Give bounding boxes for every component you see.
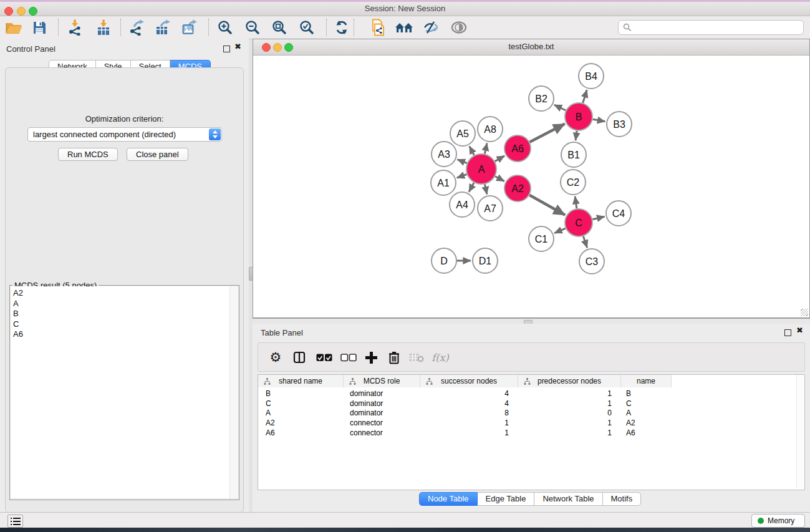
- add-column-icon[interactable]: [362, 348, 380, 367]
- mcds-result-item[interactable]: C: [11, 319, 229, 330]
- graph-edge-B-B4[interactable]: [583, 90, 587, 103]
- zoom-fit-icon[interactable]: [269, 18, 289, 37]
- table-cell[interactable]: 8: [420, 409, 518, 418]
- table-cell[interactable]: B: [258, 389, 344, 399]
- table-cell[interactable]: B: [621, 389, 672, 399]
- refresh-icon[interactable]: [332, 18, 352, 37]
- delete-table-icon[interactable]: [407, 348, 426, 367]
- mcds-result-item[interactable]: A2: [11, 288, 229, 299]
- table-cell[interactable]: 1: [518, 428, 621, 438]
- import-table-icon[interactable]: [94, 18, 113, 37]
- table-cell[interactable]: C: [621, 399, 672, 409]
- graph-edge-C-C3[interactable]: [583, 236, 587, 248]
- float-panel-icon[interactable]: [223, 46, 230, 52]
- graph-node-D1[interactable]: D1: [473, 248, 498, 273]
- tab-edge-table[interactable]: Edge Table: [478, 492, 535, 506]
- table-cell[interactable]: 1: [420, 418, 518, 428]
- graph-node-C3[interactable]: C3: [579, 249, 604, 274]
- table-cell[interactable]: connector: [344, 428, 420, 438]
- table-row[interactable]: Bdominator41B: [258, 389, 801, 399]
- network-window-titlebar[interactable]: testGlobe.txt: [253, 39, 809, 56]
- table-cell[interactable]: A: [258, 409, 344, 418]
- delete-column-icon[interactable]: [385, 348, 403, 367]
- toggle-graphics-details-icon[interactable]: [421, 18, 441, 37]
- graph-edge-A-A5[interactable]: [470, 146, 475, 155]
- table-cell[interactable]: connector: [344, 418, 420, 428]
- graph-edge-A-A3[interactable]: [457, 160, 466, 163]
- graph-node-B[interactable]: B: [565, 103, 592, 130]
- search-box[interactable]: [618, 20, 804, 35]
- graph-node-B2[interactable]: B2: [529, 86, 554, 111]
- graph-node-C1[interactable]: C1: [529, 226, 554, 251]
- graph-node-B3[interactable]: B3: [607, 112, 632, 137]
- column-header-MCDS-role[interactable]: MCDS role: [344, 375, 420, 387]
- deselect-all-rows-icon[interactable]: [339, 348, 358, 367]
- memory-button[interactable]: Memory: [751, 514, 805, 528]
- column-header-name[interactable]: name: [621, 375, 672, 387]
- criterion-dropdown[interactable]: largest connected component (directed): [27, 127, 222, 142]
- table-row[interactable]: Cdominator41C: [258, 399, 801, 409]
- birdseye-view-icon[interactable]: [449, 18, 469, 37]
- tab-motifs[interactable]: Motifs: [603, 492, 642, 506]
- export-image-icon[interactable]: [180, 18, 200, 37]
- table-cell[interactable]: 4: [420, 389, 518, 399]
- graph-edge-A6-B[interactable]: [530, 124, 565, 142]
- zoom-in-icon[interactable]: [215, 18, 235, 37]
- column-selector-icon[interactable]: [290, 348, 309, 367]
- graph-edge-A-A7[interactable]: [485, 184, 487, 194]
- open-session-icon[interactable]: [4, 18, 24, 37]
- table-cell[interactable]: A2: [621, 418, 672, 428]
- table-cell[interactable]: A6: [258, 428, 344, 438]
- function-builder-icon[interactable]: f(x): [428, 348, 453, 367]
- graph-edge-C-C1[interactable]: [554, 228, 566, 233]
- table-row[interactable]: A2connector11A2: [258, 418, 801, 428]
- tab-network-table[interactable]: Network Table: [534, 492, 602, 506]
- graph-edge-A-A1[interactable]: [457, 174, 467, 178]
- graph-node-D[interactable]: D: [432, 248, 456, 273]
- graph-edge-A-A6[interactable]: [495, 156, 504, 162]
- run-mcds-button[interactable]: Run MCDS: [58, 148, 118, 161]
- zoom-out-icon[interactable]: [243, 18, 263, 37]
- table-cell[interactable]: A2: [258, 418, 344, 428]
- close-panel-button[interactable]: Close panel: [127, 148, 188, 161]
- graph-edge-A-A2[interactable]: [495, 177, 504, 181]
- table-cell[interactable]: 1: [420, 428, 518, 438]
- column-header-shared-name[interactable]: shared name: [258, 375, 344, 387]
- mcds-result-scrollbar[interactable]: [229, 286, 238, 498]
- close-panel-icon[interactable]: ✖: [234, 42, 241, 51]
- save-session-icon[interactable]: [29, 18, 49, 37]
- table-cell[interactable]: dominator: [344, 389, 420, 399]
- table-cell[interactable]: A6: [621, 428, 672, 438]
- table-cell[interactable]: 1: [518, 389, 621, 399]
- search-input[interactable]: [635, 21, 799, 34]
- column-header-successor-nodes[interactable]: successor nodes: [420, 375, 518, 387]
- table-cell[interactable]: 1: [518, 399, 621, 409]
- graph-edge-B-B2[interactable]: [554, 105, 566, 110]
- graph-edge-C-C4[interactable]: [592, 216, 604, 220]
- network-graph-canvas[interactable]: ABCA2A6A1A3A4A5A7A8B1B2B3B4C1C2C3C4DD1: [253, 56, 809, 317]
- graph-node-A7[interactable]: A7: [478, 196, 503, 221]
- graph-node-A2[interactable]: A2: [504, 175, 531, 201]
- graph-node-A5[interactable]: A5: [450, 121, 475, 146]
- duplicate-network-icon[interactable]: [368, 18, 388, 37]
- tab-node-table[interactable]: Node Table: [419, 492, 478, 506]
- table-cell[interactable]: 0: [518, 409, 621, 418]
- graph-node-A4[interactable]: A4: [450, 192, 475, 217]
- float-table-panel-icon[interactable]: [784, 329, 791, 336]
- graph-node-A8[interactable]: A8: [478, 117, 503, 142]
- graph-node-C4[interactable]: C4: [606, 201, 631, 226]
- table-cell[interactable]: C: [258, 399, 344, 409]
- home-icon[interactable]: [394, 18, 414, 37]
- export-network-icon[interactable]: [127, 18, 147, 37]
- table-cell[interactable]: A: [621, 409, 672, 418]
- graph-node-A1[interactable]: A1: [431, 170, 456, 195]
- select-all-rows-icon[interactable]: [315, 348, 334, 367]
- graph-edge-B-B3[interactable]: [593, 119, 605, 122]
- table-row[interactable]: A6connector11A6: [258, 428, 801, 438]
- graph-node-C[interactable]: C: [565, 209, 592, 236]
- graph-node-B4[interactable]: B4: [579, 64, 604, 89]
- graph-node-C2[interactable]: C2: [561, 170, 586, 195]
- mcds-result-item[interactable]: A: [11, 299, 229, 309]
- task-history-button[interactable]: [7, 515, 23, 528]
- node-table-scrollbar[interactable]: [796, 375, 804, 488]
